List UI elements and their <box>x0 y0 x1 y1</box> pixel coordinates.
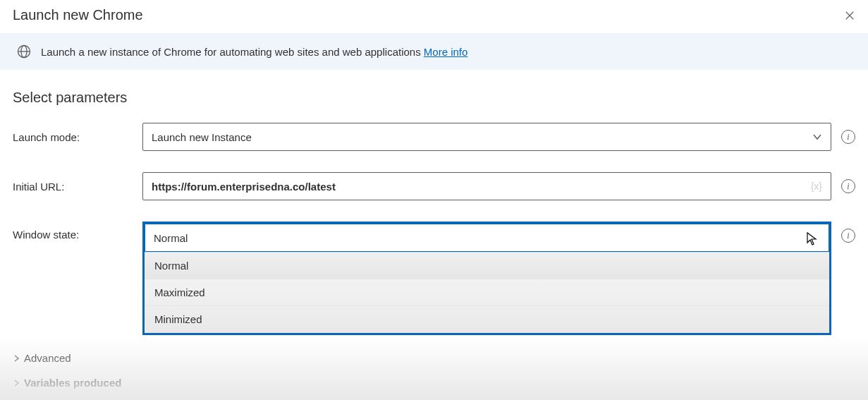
titlebar: Launch new Chrome <box>0 0 868 33</box>
cursor-icon <box>806 231 819 249</box>
window-state-row: Window state: Normal Normal Maximized Mi… <box>13 222 855 335</box>
initial-url-row: Initial URL: https://forum.enterprisedna… <box>13 172 855 200</box>
window-state-label: Window state: <box>13 222 133 241</box>
window-state-options: Normal Maximized Minimized <box>145 252 829 333</box>
chevron-down-icon <box>812 132 822 142</box>
window-state-dropdown[interactable]: Normal Normal Maximized Minimized <box>142 222 831 335</box>
chevron-right-icon <box>13 380 20 387</box>
window-state-option-maximized[interactable]: Maximized <box>145 279 829 306</box>
window-state-info-icon[interactable]: i <box>841 229 855 243</box>
description-body: Launch a new instance of Chrome for auto… <box>41 46 421 58</box>
variable-chip-icon[interactable]: {x} <box>811 181 822 192</box>
advanced-toggle[interactable]: Advanced <box>13 352 855 364</box>
window-state-option-normal[interactable]: Normal <box>145 253 829 279</box>
variables-produced-toggle[interactable]: Variables produced <box>13 377 855 389</box>
initial-url-value: https://forum.enterprisedna.co/latest <box>152 181 336 193</box>
launch-mode-info-icon[interactable]: i <box>841 130 855 144</box>
chevron-right-icon <box>13 355 20 362</box>
launch-mode-row: Launch mode: Launch new Instance i <box>13 123 855 151</box>
initial-url-info-icon[interactable]: i <box>841 179 855 193</box>
description-banner: Launch a new instance of Chrome for auto… <box>0 33 868 70</box>
close-button[interactable] <box>844 10 855 21</box>
close-icon <box>845 11 855 20</box>
more-info-link[interactable]: More info <box>424 46 468 58</box>
parameters-section: Select parameters Launch mode: Launch ne… <box>0 70 868 400</box>
initial-url-input[interactable]: https://forum.enterprisedna.co/latest {x… <box>142 172 831 200</box>
window-state-selected[interactable]: Normal <box>145 224 829 252</box>
variables-produced-label: Variables produced <box>24 377 121 389</box>
dialog-title: Launch new Chrome <box>13 7 143 23</box>
window-state-option-minimized[interactable]: Minimized <box>145 306 829 333</box>
launch-mode-value: Launch new Instance <box>152 131 252 143</box>
description-text: Launch a new instance of Chrome for auto… <box>41 46 467 58</box>
section-heading: Select parameters <box>13 90 855 106</box>
window-state-value: Normal <box>154 232 188 244</box>
launch-mode-label: Launch mode: <box>13 131 133 143</box>
advanced-label: Advanced <box>24 352 71 364</box>
globe-icon <box>17 44 31 59</box>
initial-url-label: Initial URL: <box>13 181 133 193</box>
launch-mode-select[interactable]: Launch new Instance <box>142 123 831 151</box>
